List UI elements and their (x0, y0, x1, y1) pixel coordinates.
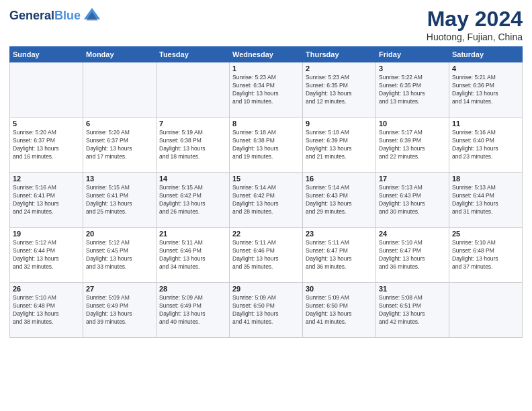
day-info: Sunrise: 5:08 AM Sunset: 6:51 PM Dayligh… (379, 294, 446, 326)
calendar-cell: 20Sunrise: 5:12 AM Sunset: 6:45 PM Dayli… (83, 228, 157, 283)
day-number: 17 (379, 175, 446, 183)
day-info: Sunrise: 5:11 AM Sunset: 6:47 PM Dayligh… (306, 239, 373, 271)
day-number: 22 (232, 230, 300, 238)
calendar-cell: 27Sunrise: 5:09 AM Sunset: 6:49 PM Dayli… (83, 283, 157, 338)
weekday-cell: Thursday (303, 47, 376, 62)
day-info: Sunrise: 5:09 AM Sunset: 6:50 PM Dayligh… (306, 294, 373, 326)
day-number: 6 (86, 120, 153, 128)
calendar-cell: 24Sunrise: 5:10 AM Sunset: 6:47 PM Dayli… (376, 228, 449, 283)
page: GeneralBlue May 2024 Huotong, Fujian, Ch… (0, 0, 532, 411)
calendar-row: 26Sunrise: 5:10 AM Sunset: 6:48 PM Dayli… (10, 283, 523, 338)
day-info: Sunrise: 5:12 AM Sunset: 6:45 PM Dayligh… (86, 239, 153, 271)
calendar-cell (10, 62, 83, 118)
calendar-cell: 4Sunrise: 5:21 AM Sunset: 6:36 PM Daylig… (449, 62, 523, 118)
day-number: 18 (452, 175, 519, 183)
day-info: Sunrise: 5:19 AM Sunset: 6:38 PM Dayligh… (159, 129, 226, 161)
day-number: 28 (159, 285, 226, 293)
calendar-cell: 16Sunrise: 5:14 AM Sunset: 6:43 PM Dayli… (303, 173, 376, 228)
day-info: Sunrise: 5:10 AM Sunset: 6:48 PM Dayligh… (452, 239, 519, 271)
calendar-cell: 12Sunrise: 5:16 AM Sunset: 6:41 PM Dayli… (10, 173, 83, 228)
day-number: 1 (232, 64, 300, 73)
day-number: 20 (86, 230, 153, 238)
calendar-row: 1Sunrise: 5:23 AM Sunset: 6:34 PM Daylig… (10, 62, 523, 118)
sub-title: Huotong, Fujian, China (427, 32, 523, 42)
calendar-cell: 18Sunrise: 5:13 AM Sunset: 6:44 PM Dayli… (449, 173, 523, 228)
calendar-cell: 3Sunrise: 5:22 AM Sunset: 6:35 PM Daylig… (376, 62, 449, 118)
weekday-cell: Friday (376, 47, 449, 62)
day-info: Sunrise: 5:20 AM Sunset: 6:37 PM Dayligh… (13, 129, 80, 161)
weekday-cell: Wednesday (230, 47, 303, 62)
calendar-table: SundayMondayTuesdayWednesdayThursdayFrid… (9, 46, 523, 338)
weekday-cell: Tuesday (157, 47, 230, 62)
day-info: Sunrise: 5:17 AM Sunset: 6:39 PM Dayligh… (379, 129, 446, 161)
day-info: Sunrise: 5:22 AM Sunset: 6:35 PM Dayligh… (379, 74, 446, 106)
day-info: Sunrise: 5:18 AM Sunset: 6:38 PM Dayligh… (232, 129, 300, 161)
calendar-cell: 26Sunrise: 5:10 AM Sunset: 6:48 PM Dayli… (10, 283, 83, 338)
day-number: 12 (13, 175, 80, 183)
logo-text: GeneralBlue (9, 9, 81, 23)
calendar-row: 5Sunrise: 5:20 AM Sunset: 6:37 PM Daylig… (10, 118, 523, 173)
calendar-cell: 30Sunrise: 5:09 AM Sunset: 6:50 PM Dayli… (303, 283, 376, 338)
calendar-cell: 14Sunrise: 5:15 AM Sunset: 6:42 PM Dayli… (157, 173, 230, 228)
calendar-cell: 7Sunrise: 5:19 AM Sunset: 6:38 PM Daylig… (157, 118, 230, 173)
day-number: 11 (452, 120, 519, 128)
day-number: 19 (13, 230, 80, 238)
calendar-cell: 15Sunrise: 5:14 AM Sunset: 6:42 PM Dayli… (230, 173, 303, 228)
calendar-cell: 1Sunrise: 5:23 AM Sunset: 6:34 PM Daylig… (230, 62, 303, 118)
calendar-cell: 11Sunrise: 5:16 AM Sunset: 6:40 PM Dayli… (449, 118, 523, 173)
calendar-cell: 9Sunrise: 5:18 AM Sunset: 6:39 PM Daylig… (303, 118, 376, 173)
day-info: Sunrise: 5:09 AM Sunset: 6:49 PM Dayligh… (159, 294, 226, 326)
day-number: 25 (452, 230, 519, 238)
day-info: Sunrise: 5:13 AM Sunset: 6:43 PM Dayligh… (379, 184, 446, 216)
day-number: 3 (379, 64, 446, 73)
calendar-body: 1Sunrise: 5:23 AM Sunset: 6:34 PM Daylig… (10, 62, 523, 338)
day-number: 2 (306, 64, 373, 73)
day-number: 31 (379, 285, 446, 293)
day-number: 9 (306, 120, 373, 128)
logo: GeneralBlue (9, 7, 101, 26)
day-info: Sunrise: 5:15 AM Sunset: 6:41 PM Dayligh… (86, 184, 153, 216)
calendar-cell: 21Sunrise: 5:11 AM Sunset: 6:46 PM Dayli… (157, 228, 230, 283)
calendar-cell (449, 283, 523, 338)
day-number: 15 (232, 175, 300, 183)
day-info: Sunrise: 5:16 AM Sunset: 6:40 PM Dayligh… (452, 129, 519, 161)
calendar-cell: 25Sunrise: 5:10 AM Sunset: 6:48 PM Dayli… (449, 228, 523, 283)
calendar-cell: 22Sunrise: 5:11 AM Sunset: 6:46 PM Dayli… (230, 228, 303, 283)
day-number: 27 (86, 285, 153, 293)
weekday-cell: Saturday (449, 47, 523, 62)
title-block: May 2024 Huotong, Fujian, China (427, 7, 523, 42)
header: GeneralBlue May 2024 Huotong, Fujian, Ch… (9, 7, 523, 42)
calendar-cell (157, 62, 230, 118)
day-number: 16 (306, 175, 373, 183)
day-number: 30 (306, 285, 373, 293)
day-info: Sunrise: 5:11 AM Sunset: 6:46 PM Dayligh… (159, 239, 226, 271)
calendar-cell: 13Sunrise: 5:15 AM Sunset: 6:41 PM Dayli… (83, 173, 157, 228)
day-info: Sunrise: 5:14 AM Sunset: 6:42 PM Dayligh… (232, 184, 300, 216)
day-number: 13 (86, 175, 153, 183)
calendar-cell: 10Sunrise: 5:17 AM Sunset: 6:39 PM Dayli… (376, 118, 449, 173)
weekday-cell: Monday (83, 47, 157, 62)
day-info: Sunrise: 5:23 AM Sunset: 6:34 PM Dayligh… (232, 74, 300, 106)
day-number: 21 (159, 230, 226, 238)
day-info: Sunrise: 5:21 AM Sunset: 6:36 PM Dayligh… (452, 74, 519, 106)
day-number: 23 (306, 230, 373, 238)
weekday-header: SundayMondayTuesdayWednesdayThursdayFrid… (10, 47, 523, 62)
day-number: 8 (232, 120, 300, 128)
day-info: Sunrise: 5:10 AM Sunset: 6:48 PM Dayligh… (13, 294, 80, 326)
day-info: Sunrise: 5:13 AM Sunset: 6:44 PM Dayligh… (452, 184, 519, 216)
day-number: 29 (232, 285, 300, 293)
day-number: 5 (13, 120, 80, 128)
weekday-cell: Sunday (10, 47, 83, 62)
day-info: Sunrise: 5:20 AM Sunset: 6:37 PM Dayligh… (86, 129, 153, 161)
calendar-cell: 19Sunrise: 5:12 AM Sunset: 6:44 PM Dayli… (10, 228, 83, 283)
day-number: 24 (379, 230, 446, 238)
calendar-cell: 31Sunrise: 5:08 AM Sunset: 6:51 PM Dayli… (376, 283, 449, 338)
logo-icon (83, 7, 101, 26)
day-info: Sunrise: 5:09 AM Sunset: 6:50 PM Dayligh… (232, 294, 300, 326)
calendar-row: 12Sunrise: 5:16 AM Sunset: 6:41 PM Dayli… (10, 173, 523, 228)
day-info: Sunrise: 5:12 AM Sunset: 6:44 PM Dayligh… (13, 239, 80, 271)
day-info: Sunrise: 5:14 AM Sunset: 6:43 PM Dayligh… (306, 184, 373, 216)
day-number: 7 (159, 120, 226, 128)
calendar-cell: 28Sunrise: 5:09 AM Sunset: 6:49 PM Dayli… (157, 283, 230, 338)
day-number: 10 (379, 120, 446, 128)
